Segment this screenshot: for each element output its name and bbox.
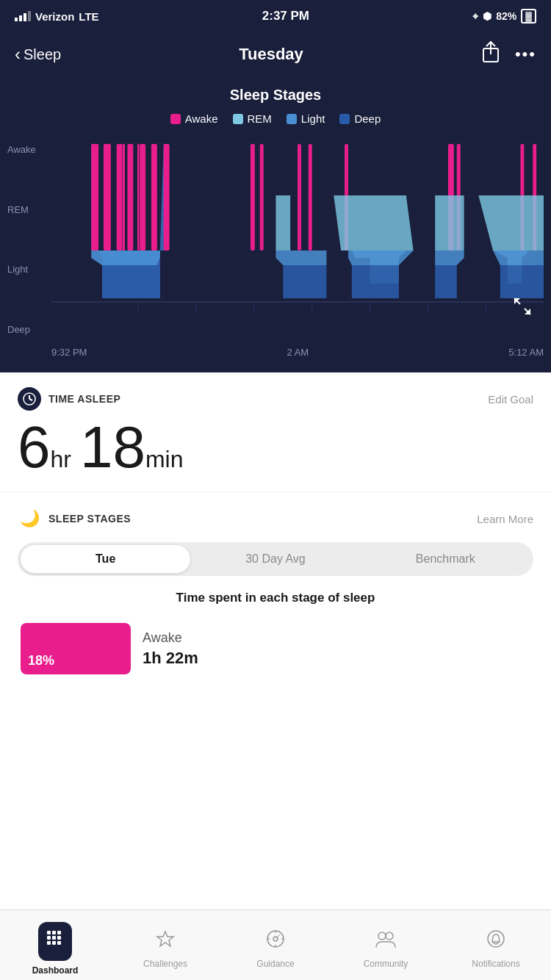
moon-icon: 🌙 — [18, 507, 41, 530]
svg-rect-29 — [298, 144, 301, 251]
location-icon: ⌖ — [472, 10, 478, 23]
status-bar: Verizon LTE 2:37 PM ⌖ ⬢ 82% ▓ — [0, 0, 551, 32]
notifications-icon — [486, 929, 506, 954]
svg-rect-47 — [57, 936, 61, 940]
chart-x-labels: 9:32 PM 2 AM 5:12 AM — [51, 342, 544, 358]
svg-line-41 — [29, 399, 32, 400]
y-label-rem: REM — [7, 204, 48, 215]
svg-rect-46 — [52, 936, 56, 940]
tab-tue[interactable]: Tue — [21, 545, 190, 573]
time-asleep-title: TIME ASLEEP — [48, 393, 120, 405]
svg-rect-24 — [140, 144, 145, 251]
svg-point-59 — [378, 932, 386, 940]
svg-rect-44 — [57, 931, 61, 934]
chart-wrapper: Awake REM Light Deep — [7, 137, 544, 358]
guidance-label: Guidance — [256, 959, 294, 969]
carrier-label: Verizon — [35, 10, 74, 23]
y-label-deep: Deep — [7, 324, 48, 335]
svg-rect-28 — [260, 144, 264, 251]
minutes-number: 18 — [80, 414, 145, 480]
svg-rect-45 — [47, 936, 51, 940]
edit-goal-button[interactable]: Edit Goal — [488, 393, 533, 406]
time-asleep-value: 6hr18min — [18, 418, 533, 477]
more-button[interactable]: ••• — [515, 45, 536, 64]
share-button[interactable] — [481, 41, 500, 68]
nav-guidance[interactable]: Guidance — [220, 910, 331, 980]
bluetooth-icon: ⬢ — [483, 10, 491, 22]
back-button[interactable]: ‹ Sleep — [15, 44, 61, 65]
back-label: Sleep — [24, 46, 61, 63]
svg-rect-27 — [251, 144, 255, 251]
signal-icon — [15, 11, 31, 21]
guidance-icon — [265, 929, 286, 954]
rem-color-dot — [233, 114, 243, 124]
y-label-light: Light — [7, 264, 48, 275]
svg-rect-50 — [57, 941, 61, 945]
challenges-icon — [155, 929, 176, 954]
chart-y-labels: Awake REM Light Deep — [7, 137, 48, 342]
nav-challenges[interactable]: Challenges — [110, 910, 220, 980]
network-label: LTE — [79, 10, 98, 23]
awake-label: Awake — [185, 112, 218, 125]
svg-rect-25 — [151, 144, 157, 251]
nav-dashboard[interactable]: Dashboard — [0, 910, 110, 980]
deep-label: Deep — [354, 112, 381, 125]
svg-rect-22 — [117, 144, 123, 251]
chart-svg — [51, 137, 544, 342]
page-title: Tuesday — [239, 45, 303, 64]
bottom-navigation: Dashboard Challenges Guidance — [0, 909, 551, 980]
light-color-dot — [287, 114, 297, 124]
time-asleep-icon — [18, 387, 41, 411]
legend-awake: Awake — [170, 112, 218, 125]
expand-button[interactable] — [512, 296, 533, 321]
sleep-chart-container: Sleep Stages Awake REM Light Deep Awake … — [0, 79, 551, 372]
minutes-unit: min — [145, 446, 184, 472]
svg-rect-30 — [309, 144, 312, 251]
chart-title: Sleep Stages — [0, 87, 551, 104]
svg-point-60 — [386, 932, 393, 940]
stage-awake-item: 18% Awake 1h 22m — [18, 623, 533, 674]
x-label-end: 5:12 AM — [508, 347, 544, 358]
tab-benchmark[interactable]: Benchmark — [361, 545, 530, 573]
hours-unit: hr — [51, 446, 71, 472]
time-asleep-title-row: TIME ASLEEP — [18, 387, 120, 411]
svg-rect-43 — [52, 931, 56, 934]
sleep-stages-title-row: 🌙 SLEEP STAGES — [18, 507, 131, 530]
x-label-mid: 2 AM — [287, 347, 309, 358]
dashboard-icon — [46, 929, 65, 954]
svg-rect-21 — [104, 144, 111, 251]
awake-stage-time: 1h 22m — [143, 649, 530, 668]
awake-percentage: 18% — [28, 653, 54, 669]
time-asleep-header: TIME ASLEEP Edit Goal — [18, 387, 533, 411]
status-left: Verizon LTE — [15, 10, 99, 23]
svg-rect-23 — [127, 144, 133, 251]
nav-community[interactable]: Community — [331, 910, 441, 980]
chart-legend: Awake REM Light Deep — [0, 112, 551, 125]
status-time: 2:37 PM — [262, 9, 309, 24]
sleep-stages-title: SLEEP STAGES — [48, 513, 131, 525]
dashboard-label: Dashboard — [32, 965, 79, 976]
deep-color-dot — [339, 114, 350, 124]
svg-marker-51 — [157, 932, 173, 946]
header-actions: ••• — [481, 41, 536, 68]
awake-stage-name: Awake — [143, 630, 530, 646]
status-right: ⌖ ⬢ 82% ▓ — [472, 9, 536, 24]
dashboard-icon-bg — [38, 922, 72, 961]
notifications-label: Notifications — [472, 959, 519, 969]
chevron-left-icon: ‹ — [15, 44, 21, 65]
legend-light: Light — [287, 112, 325, 125]
community-label: Community — [364, 959, 408, 969]
stage-awake-info: Awake 1h 22m — [143, 630, 530, 668]
x-label-start: 9:32 PM — [51, 347, 87, 358]
stage-awake-bar: 18% — [21, 623, 131, 674]
svg-rect-48 — [47, 941, 51, 945]
svg-rect-26 — [164, 144, 170, 251]
learn-more-button[interactable]: Learn More — [477, 513, 533, 525]
tab-30day[interactable]: 30 Day Avg — [190, 545, 360, 573]
battery-icon: ▓ — [521, 9, 536, 24]
rem-label: REM — [248, 112, 272, 125]
content-section: TIME ASLEEP Edit Goal 6hr18min 🌙 SLEEP S… — [0, 372, 551, 695]
sleep-stages-block: 🌙 SLEEP STAGES Learn More Tue 30 Day Avg… — [0, 492, 551, 695]
nav-notifications[interactable]: Notifications — [441, 910, 551, 980]
svg-rect-49 — [52, 941, 56, 945]
